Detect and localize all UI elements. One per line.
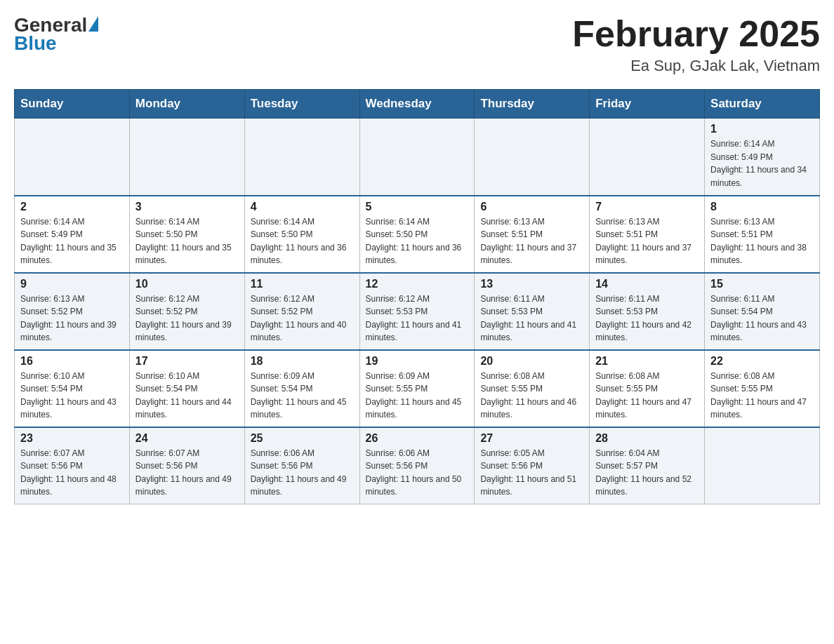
table-row: 7Sunrise: 6:13 AM Sunset: 5:51 PM Daylig… bbox=[590, 196, 705, 273]
table-row bbox=[705, 427, 820, 504]
table-row: 4Sunrise: 6:14 AM Sunset: 5:50 PM Daylig… bbox=[244, 196, 359, 273]
table-row: 15Sunrise: 6:11 AM Sunset: 5:54 PM Dayli… bbox=[705, 273, 820, 350]
day-info: Sunrise: 6:05 AM Sunset: 5:56 PM Dayligh… bbox=[480, 447, 583, 499]
page-header: General Blue February 2025 Ea Sup, GJak … bbox=[14, 14, 820, 75]
day-info: Sunrise: 6:08 AM Sunset: 5:55 PM Dayligh… bbox=[595, 370, 699, 422]
table-row: 24Sunrise: 6:07 AM Sunset: 5:56 PM Dayli… bbox=[129, 427, 244, 504]
table-row: 23Sunrise: 6:07 AM Sunset: 5:56 PM Dayli… bbox=[15, 427, 130, 504]
table-row: 14Sunrise: 6:11 AM Sunset: 5:53 PM Dayli… bbox=[590, 273, 705, 350]
day-info: Sunrise: 6:10 AM Sunset: 5:54 PM Dayligh… bbox=[20, 370, 124, 422]
day-number: 9 bbox=[20, 278, 124, 290]
day-number: 2 bbox=[20, 201, 124, 213]
table-row bbox=[475, 119, 590, 196]
day-info: Sunrise: 6:14 AM Sunset: 5:50 PM Dayligh… bbox=[251, 215, 354, 267]
day-number: 23 bbox=[20, 432, 124, 445]
day-info: Sunrise: 6:06 AM Sunset: 5:56 PM Dayligh… bbox=[366, 447, 469, 499]
table-row: 17Sunrise: 6:10 AM Sunset: 5:54 PM Dayli… bbox=[129, 350, 244, 427]
day-number: 7 bbox=[595, 201, 699, 213]
day-number: 16 bbox=[20, 355, 124, 368]
table-row: 3Sunrise: 6:14 AM Sunset: 5:50 PM Daylig… bbox=[129, 196, 244, 273]
day-number: 14 bbox=[595, 278, 699, 290]
day-number: 27 bbox=[480, 432, 583, 445]
day-info: Sunrise: 6:04 AM Sunset: 5:57 PM Dayligh… bbox=[595, 447, 699, 499]
day-info: Sunrise: 6:13 AM Sunset: 5:51 PM Dayligh… bbox=[480, 215, 583, 267]
logo: General Blue bbox=[14, 14, 98, 55]
table-row bbox=[590, 119, 705, 196]
day-info: Sunrise: 6:11 AM Sunset: 5:54 PM Dayligh… bbox=[710, 293, 814, 344]
table-row: 22Sunrise: 6:08 AM Sunset: 5:55 PM Dayli… bbox=[705, 350, 820, 427]
day-info: Sunrise: 6:06 AM Sunset: 5:56 PM Dayligh… bbox=[251, 447, 354, 499]
calendar-week-row: 23Sunrise: 6:07 AM Sunset: 5:56 PM Dayli… bbox=[15, 427, 820, 504]
table-row: 19Sunrise: 6:09 AM Sunset: 5:55 PM Dayli… bbox=[359, 350, 475, 427]
table-row: 25Sunrise: 6:06 AM Sunset: 5:56 PM Dayli… bbox=[244, 427, 359, 504]
calendar-week-row: 2Sunrise: 6:14 AM Sunset: 5:49 PM Daylig… bbox=[15, 196, 820, 273]
day-number: 1 bbox=[710, 123, 814, 135]
day-number: 3 bbox=[135, 201, 239, 213]
day-info: Sunrise: 6:14 AM Sunset: 5:49 PM Dayligh… bbox=[710, 137, 814, 189]
day-info: Sunrise: 6:09 AM Sunset: 5:54 PM Dayligh… bbox=[251, 370, 354, 422]
day-number: 17 bbox=[135, 355, 239, 368]
logo-triangle-icon bbox=[88, 16, 98, 32]
day-info: Sunrise: 6:09 AM Sunset: 5:55 PM Dayligh… bbox=[366, 370, 469, 422]
day-info: Sunrise: 6:13 AM Sunset: 5:52 PM Dayligh… bbox=[20, 293, 124, 344]
table-row: 28Sunrise: 6:04 AM Sunset: 5:57 PM Dayli… bbox=[590, 427, 705, 504]
table-row: 11Sunrise: 6:12 AM Sunset: 5:52 PM Dayli… bbox=[244, 273, 359, 350]
day-number: 25 bbox=[251, 432, 354, 445]
table-row: 6Sunrise: 6:13 AM Sunset: 5:51 PM Daylig… bbox=[475, 196, 590, 273]
day-info: Sunrise: 6:08 AM Sunset: 5:55 PM Dayligh… bbox=[480, 370, 583, 422]
title-block: February 2025 Ea Sup, GJak Lak, Vietnam bbox=[572, 14, 820, 75]
table-row: 12Sunrise: 6:12 AM Sunset: 5:53 PM Dayli… bbox=[359, 273, 475, 350]
day-number: 11 bbox=[251, 278, 354, 290]
day-info: Sunrise: 6:08 AM Sunset: 5:55 PM Dayligh… bbox=[710, 370, 814, 422]
table-row: 9Sunrise: 6:13 AM Sunset: 5:52 PM Daylig… bbox=[15, 273, 130, 350]
month-title: February 2025 bbox=[572, 14, 820, 54]
header-thursday: Thursday bbox=[475, 90, 590, 119]
header-tuesday: Tuesday bbox=[244, 90, 359, 119]
day-number: 15 bbox=[710, 278, 814, 290]
table-row: 5Sunrise: 6:14 AM Sunset: 5:50 PM Daylig… bbox=[359, 196, 475, 273]
day-number: 4 bbox=[251, 201, 354, 213]
header-saturday: Saturday bbox=[705, 90, 820, 119]
day-info: Sunrise: 6:13 AM Sunset: 5:51 PM Dayligh… bbox=[710, 215, 814, 267]
day-number: 24 bbox=[135, 432, 239, 445]
table-row: 20Sunrise: 6:08 AM Sunset: 5:55 PM Dayli… bbox=[475, 350, 590, 427]
calendar-table: Sunday Monday Tuesday Wednesday Thursday… bbox=[14, 89, 820, 504]
day-info: Sunrise: 6:14 AM Sunset: 5:50 PM Dayligh… bbox=[366, 215, 469, 267]
day-info: Sunrise: 6:10 AM Sunset: 5:54 PM Dayligh… bbox=[135, 370, 239, 422]
header-wednesday: Wednesday bbox=[359, 90, 475, 119]
day-info: Sunrise: 6:13 AM Sunset: 5:51 PM Dayligh… bbox=[595, 215, 699, 267]
header-friday: Friday bbox=[590, 90, 705, 119]
day-info: Sunrise: 6:12 AM Sunset: 5:52 PM Dayligh… bbox=[135, 293, 239, 344]
day-number: 10 bbox=[135, 278, 239, 290]
location-subtitle: Ea Sup, GJak Lak, Vietnam bbox=[572, 57, 820, 75]
day-number: 6 bbox=[480, 201, 583, 213]
table-row: 13Sunrise: 6:11 AM Sunset: 5:53 PM Dayli… bbox=[475, 273, 590, 350]
table-row: 21Sunrise: 6:08 AM Sunset: 5:55 PM Dayli… bbox=[590, 350, 705, 427]
table-row: 8Sunrise: 6:13 AM Sunset: 5:51 PM Daylig… bbox=[705, 196, 820, 273]
day-number: 28 bbox=[595, 432, 699, 445]
header-monday: Monday bbox=[129, 90, 244, 119]
day-number: 20 bbox=[480, 355, 583, 368]
day-info: Sunrise: 6:12 AM Sunset: 5:53 PM Dayligh… bbox=[366, 293, 469, 344]
table-row: 26Sunrise: 6:06 AM Sunset: 5:56 PM Dayli… bbox=[359, 427, 475, 504]
day-number: 26 bbox=[366, 432, 469, 445]
header-sunday: Sunday bbox=[15, 90, 130, 119]
day-number: 8 bbox=[710, 201, 814, 213]
day-number: 13 bbox=[480, 278, 583, 290]
day-number: 19 bbox=[366, 355, 469, 368]
table-row: 18Sunrise: 6:09 AM Sunset: 5:54 PM Dayli… bbox=[244, 350, 359, 427]
day-number: 22 bbox=[710, 355, 814, 368]
calendar-header-row: Sunday Monday Tuesday Wednesday Thursday… bbox=[15, 90, 820, 119]
table-row: 10Sunrise: 6:12 AM Sunset: 5:52 PM Dayli… bbox=[129, 273, 244, 350]
table-row bbox=[15, 119, 130, 196]
day-info: Sunrise: 6:07 AM Sunset: 5:56 PM Dayligh… bbox=[20, 447, 124, 499]
table-row bbox=[359, 119, 475, 196]
table-row: 2Sunrise: 6:14 AM Sunset: 5:49 PM Daylig… bbox=[15, 196, 130, 273]
table-row: 16Sunrise: 6:10 AM Sunset: 5:54 PM Dayli… bbox=[15, 350, 130, 427]
day-number: 21 bbox=[595, 355, 699, 368]
logo-text-blue: Blue bbox=[14, 32, 98, 55]
day-info: Sunrise: 6:07 AM Sunset: 5:56 PM Dayligh… bbox=[135, 447, 239, 499]
table-row bbox=[129, 119, 244, 196]
calendar-week-row: 9Sunrise: 6:13 AM Sunset: 5:52 PM Daylig… bbox=[15, 273, 820, 350]
calendar-week-row: 1Sunrise: 6:14 AM Sunset: 5:49 PM Daylig… bbox=[15, 119, 820, 196]
